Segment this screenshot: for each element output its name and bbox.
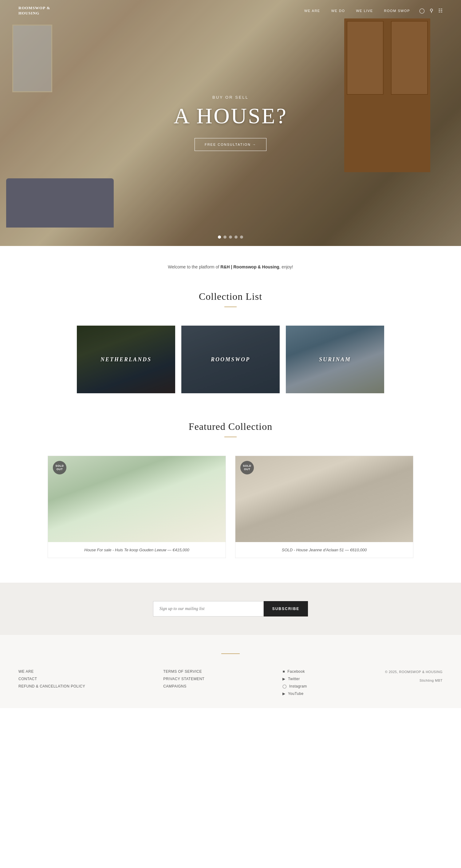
twitter-icon: ▶: [283, 677, 286, 681]
footer-link-refund[interactable]: REFUND & CANCELLATION POLICY: [19, 684, 85, 688]
cart-icon[interactable]: ☷: [438, 8, 442, 13]
collection-divider: [224, 307, 237, 307]
featured-price-2: €610,000: [350, 548, 367, 552]
newsletter-section: SUBSCRIBE: [0, 583, 461, 635]
brand-logo[interactable]: ROOMSWOP & HOUSING: [19, 5, 51, 16]
footer-link-campaigns[interactable]: CAMPAIGNS: [163, 684, 204, 688]
hero-title: A HOUSE?: [174, 103, 287, 129]
footer-link-contact[interactable]: CONTACT: [19, 677, 85, 681]
hero-dot-2[interactable]: [224, 236, 227, 239]
welcome-prefix: Welcome to the platform of: [168, 265, 220, 269]
twitter-label: Twitter: [288, 677, 300, 681]
collection-label-roomswop: ROOMSWOP: [211, 356, 250, 363]
featured-caption-1: House For sale - Huis Te koop Gouden Lee…: [48, 542, 226, 558]
footer-social-facebook[interactable]: ■ Facebook: [283, 670, 307, 674]
main-nav: ROOMSWOP & HOUSING WE ARE WE DO WE LIVE …: [0, 0, 461, 22]
featured-price-1: €415,000: [172, 548, 189, 552]
collection-item-surinam[interactable]: SURINAM: [286, 326, 384, 393]
nav-icons: ◯ ⚲ ☷: [419, 8, 442, 13]
footer-divider: [221, 653, 240, 654]
collection-item-netherlands[interactable]: NETHERLANDS: [77, 326, 175, 393]
facebook-label: Facebook: [287, 670, 305, 674]
copyright-line2: Stichting MBT: [385, 678, 442, 683]
welcome-section: Welcome to the platform of R&H | Roomswo…: [0, 246, 461, 276]
footer-social-instagram[interactable]: ◯ Instagram: [283, 684, 307, 688]
nav-link-we-live[interactable]: WE LIVE: [356, 9, 373, 12]
collection-section-header: Collection List: [0, 276, 461, 313]
collection-label-surinam: SURINAM: [319, 356, 351, 363]
nav-links: WE ARE WE DO WE LIVE ROOM SWOP: [304, 9, 410, 12]
welcome-suffix: , enjoy!: [279, 265, 293, 269]
hero-dot-1[interactable]: [218, 236, 221, 239]
featured-caption-2: SOLD - House Jeanne d'Aclaan 51 — €610,0…: [235, 542, 413, 558]
hero-dot-3[interactable]: [229, 236, 232, 239]
nav-link-we-do[interactable]: WE DO: [331, 9, 345, 12]
collection-label-netherlands: NETHERLANDS: [100, 356, 152, 363]
featured-item-1[interactable]: SOLDOUT House For sale - Huis Te koop Go…: [47, 456, 226, 558]
footer-col-2: TERMS OF SERVICE PRIVACY STATEMENT CAMPA…: [163, 670, 204, 696]
nav-link-room-swop[interactable]: ROOM SWOP: [384, 9, 410, 12]
footer-link-privacy[interactable]: PRIVACY STATEMENT: [163, 677, 204, 681]
copyright-line1: © 2025, ROOMSWOP & HOUSING: [385, 670, 442, 675]
user-icon[interactable]: ◯: [419, 8, 425, 13]
featured-title-1: House For sale - Huis Te koop Gouden Lee…: [84, 548, 166, 552]
newsletter-form: SUBSCRIBE: [6, 601, 455, 617]
collection-item-roomswop[interactable]: ROOMSWOP: [181, 326, 280, 393]
featured-divider: [224, 437, 237, 437]
hero-subtitle: BUY OR SELL: [174, 95, 287, 100]
featured-grid: SOLDOUT House For sale - Huis Te koop Go…: [0, 443, 461, 570]
featured-bg-2: [235, 456, 413, 542]
footer-social-youtube[interactable]: ▶ YouTube: [283, 691, 307, 696]
featured-title-2: SOLD - House Jeanne d'Aclaan 51: [282, 548, 344, 552]
sold-out-badge-2: SOLDOUT: [240, 461, 254, 474]
featured-image-2: SOLDOUT: [235, 456, 413, 542]
featured-bg-1: [48, 456, 226, 542]
featured-item-2[interactable]: SOLDOUT SOLD - House Jeanne d'Aclaan 51 …: [235, 456, 414, 558]
collection-overlay-netherlands: NETHERLANDS: [77, 326, 175, 393]
sold-out-badge-1: SOLDOUT: [53, 461, 66, 474]
collection-grid: NETHERLANDS ROOMSWOP SURINAM: [0, 313, 461, 406]
hero-cta-button[interactable]: FREE CONSULTATION: [195, 138, 266, 151]
newsletter-input[interactable]: [153, 601, 264, 617]
newsletter-subscribe-button[interactable]: SUBSCRIBE: [264, 601, 308, 617]
collection-overlay-surinam: SURINAM: [286, 326, 384, 393]
welcome-text: Welcome to the platform of R&H | Roomswo…: [6, 265, 455, 269]
instagram-label: Instagram: [289, 684, 307, 688]
footer-link-terms[interactable]: TERMS OF SERVICE: [163, 670, 204, 674]
youtube-icon: ▶: [283, 691, 286, 696]
hero-dot-5[interactable]: [240, 236, 243, 239]
collection-title: Collection List: [6, 291, 455, 302]
footer-copyright: © 2025, ROOMSWOP & HOUSING Stichting MBT: [385, 670, 442, 696]
welcome-brand: R&H | Roomswop & Housing: [220, 265, 279, 269]
instagram-icon: ◯: [283, 684, 287, 688]
featured-image-1: SOLDOUT: [48, 456, 226, 542]
hero-content: BUY OR SELL A HOUSE? FREE CONSULTATION: [174, 95, 287, 151]
collection-overlay-roomswop: ROOMSWOP: [181, 326, 280, 393]
hero-dots: [218, 236, 243, 239]
footer-link-we-are[interactable]: WE ARE: [19, 670, 85, 674]
footer-social-twitter[interactable]: ▶ Twitter: [283, 677, 307, 681]
facebook-icon: ■: [283, 670, 285, 674]
youtube-label: YouTube: [288, 691, 304, 696]
featured-section-header: Featured Collection: [0, 406, 461, 443]
footer: WE ARE CONTACT REFUND & CANCELLATION POL…: [0, 635, 461, 708]
hero-dot-4[interactable]: [234, 236, 237, 239]
footer-col-social: ■ Facebook ▶ Twitter ◯ Instagram ▶ YouTu…: [283, 670, 307, 696]
featured-title: Featured Collection: [6, 421, 455, 432]
footer-columns: WE ARE CONTACT REFUND & CANCELLATION POL…: [19, 670, 442, 696]
footer-col-1: WE ARE CONTACT REFUND & CANCELLATION POL…: [19, 670, 85, 696]
hero-section: BUY OR SELL A HOUSE? FREE CONSULTATION: [0, 0, 461, 246]
search-icon[interactable]: ⚲: [430, 8, 433, 13]
nav-link-we-are[interactable]: WE ARE: [304, 9, 320, 12]
